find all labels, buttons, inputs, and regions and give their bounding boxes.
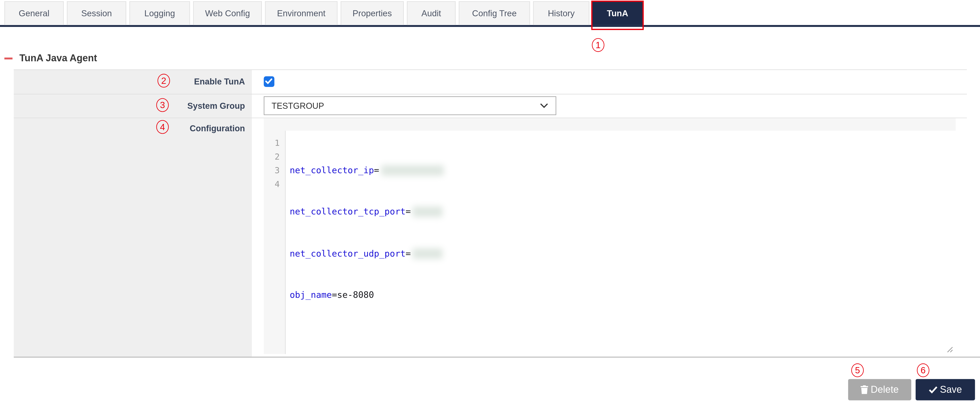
delete-button[interactable]: Delete [848, 379, 911, 400]
checkbox-check-icon [265, 78, 273, 85]
annotation-circle-5: 5 [851, 363, 864, 377]
collapse-minus-icon[interactable] [5, 57, 13, 59]
redacted-value [413, 248, 443, 259]
save-button-label: Save [940, 384, 962, 395]
save-button[interactable]: Save [916, 379, 975, 400]
tab-session[interactable]: Session [67, 2, 126, 25]
tab-bar: General Session Logging Web Config Envir… [0, 0, 980, 27]
tab-history[interactable]: History [533, 2, 590, 25]
section-header: TunA Java Agent [5, 53, 97, 64]
redacted-value [413, 207, 443, 217]
check-icon [929, 386, 937, 393]
form-row-enable-tuna: Enable TunA [14, 70, 967, 94]
line-number: 4 [264, 177, 285, 191]
enable-tuna-value-cell [252, 70, 967, 94]
section-title: TunA Java Agent [19, 53, 97, 64]
code-line: obj_name=se-8080 [290, 288, 956, 302]
redacted-value [381, 165, 444, 176]
tab-tuna[interactable]: TunA [592, 2, 642, 25]
tab-general[interactable]: General [5, 2, 64, 25]
code-line: net_collector_tcp_port= [290, 205, 956, 219]
tab-properties[interactable]: Properties [340, 2, 404, 25]
annotation-circle-6: 6 [917, 363, 929, 377]
resize-handle-icon[interactable] [946, 344, 953, 351]
tab-logging[interactable]: Logging [129, 2, 190, 25]
enable-tuna-label: Enable TunA [14, 70, 252, 94]
configuration-editor[interactable]: 1 2 3 4 net_collector_ip= net_collector_… [264, 118, 955, 354]
configuration-label: Configuration [14, 118, 252, 357]
annotation-circle-1: 1 [592, 38, 604, 52]
line-number: 1 [264, 136, 285, 150]
trash-icon [861, 385, 868, 394]
system-group-selected-value: TESTGROUP [272, 101, 540, 110]
tab-web-config[interactable]: Web Config [193, 2, 262, 25]
editor-code-area[interactable]: net_collector_ip= net_collector_tcp_port… [285, 131, 955, 354]
code-line: net_collector_udp_port= [290, 246, 956, 260]
tab-environment[interactable]: Environment [265, 2, 338, 25]
tab-config-tree[interactable]: Config Tree [459, 2, 530, 25]
chevron-down-icon [540, 103, 548, 108]
annotation-circle-4: 4 [156, 120, 169, 134]
tuna-form: Enable TunA System Group TESTGROUP [14, 69, 967, 357]
tab-audit[interactable]: Audit [407, 2, 456, 25]
annotation-circle-2: 2 [158, 73, 170, 87]
form-row-configuration: Configuration 1 2 3 4 net_collector_ip= … [14, 118, 967, 357]
code-line: net_collector_ip= [290, 163, 956, 177]
editor-line-numbers: 1 2 3 4 [264, 131, 285, 354]
delete-button-label: Delete [871, 384, 899, 395]
line-number: 3 [264, 163, 285, 177]
annotation-circle-3: 3 [156, 98, 169, 112]
system-group-select[interactable]: TESTGROUP [264, 96, 556, 115]
enable-tuna-checkbox[interactable] [264, 76, 274, 87]
system-group-value-cell: TESTGROUP [252, 94, 967, 117]
tab-tuna-label: TunA [607, 9, 628, 18]
line-number: 2 [264, 150, 285, 163]
configuration-value-cell: 1 2 3 4 net_collector_ip= net_collector_… [252, 118, 967, 357]
system-group-label: System Group [14, 94, 252, 117]
bottom-divider [14, 356, 980, 358]
tuna-config-page: General Session Logging Web Config Envir… [0, 0, 980, 401]
